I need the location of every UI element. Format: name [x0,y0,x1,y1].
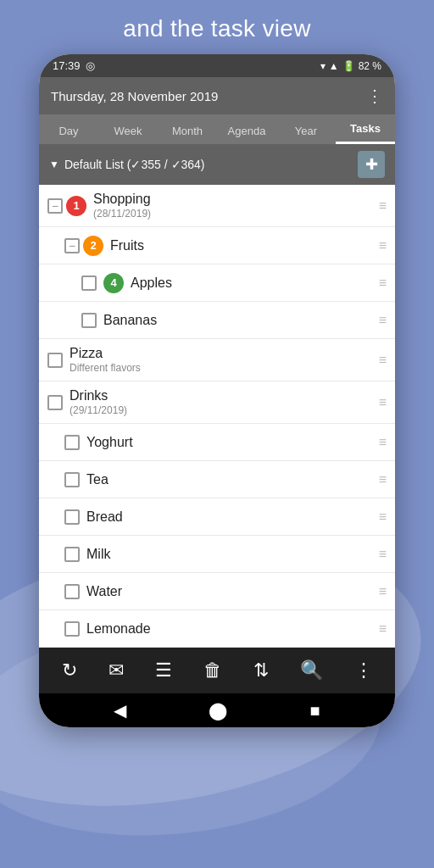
drag-handle: ≡ [379,199,387,213]
table-row: − 2 Fruits ≡ [39,227,395,264]
status-time: 17:39 [53,59,81,72]
current-date: Thursday, 28 November 2019 [51,89,218,103]
task-list: − 1 Shopping (28/11/2019) ≡ − 2 Fruits ≡… [39,185,395,648]
phone-frame: 17:39 ◎ ▾ ▲ 🔋 82 % Thursday, 28 November… [39,54,395,727]
priority-badge: 2 [83,236,103,256]
drag-handle: ≡ [379,510,387,524]
list-header-text: Default List (✓355 / ✓364) [64,158,205,171]
drag-handle: ≡ [379,585,387,598]
battery-icon: 🔋 [342,60,355,72]
bottom-toolbar: ↻ ✉ ☰ 🗑 ⇅ 🔍 ⋮ [39,648,395,693]
tab-agenda[interactable]: Agenda [217,117,276,144]
nav-tabs: Day Week Month Agenda Year Tasks [39,114,395,144]
search-icon[interactable]: 🔍 [293,656,330,685]
page-header: and the task view [123,15,310,42]
tab-month[interactable]: Month [158,117,217,144]
tab-day[interactable]: Day [39,117,98,144]
tab-year[interactable]: Year [276,117,336,144]
task-sub: Different flavors [70,362,374,374]
status-left: 17:39 ◎ [53,59,95,72]
task-sub: (29/11/2019) [70,404,374,416]
drag-handle: ≡ [379,622,387,636]
back-button[interactable]: ◀ [114,700,126,721]
task-name: Drinks [70,388,374,403]
priority-badge: 4 [103,273,124,293]
task-name: Bananas [103,313,374,328]
table-row: Milk ≡ [39,536,395,573]
task-checkbox[interactable] [47,395,63,410]
more-options-icon[interactable]: ⋮ [366,86,383,106]
drag-handle: ≡ [379,473,387,487]
table-row: Bread ≡ [39,498,395,536]
task-sub: (28/11/2019) [93,208,374,220]
task-checkbox[interactable] [64,472,80,487]
drag-handle: ≡ [379,396,387,409]
task-checkbox[interactable] [64,435,80,450]
task-checkbox[interactable] [47,353,63,368]
delete-icon[interactable]: 🗑 [197,656,229,685]
new-task-icon[interactable]: ✉ [102,656,131,685]
list-view-icon[interactable]: ☰ [148,656,179,685]
table-row: Water ≡ [39,573,395,610]
task-name: Shopping [93,192,374,207]
task-checkbox[interactable] [81,275,97,291]
drag-handle: ≡ [379,353,387,367]
table-row: Pizza Different flavors ≡ [39,339,395,381]
tab-tasks[interactable]: Tasks [336,114,395,144]
priority-badge: 1 [66,196,86,216]
table-row: Lemonade ≡ [39,610,395,648]
table-row: Drinks (29/11/2019) ≡ [39,381,395,424]
sort-icon[interactable]: ⇅ [247,656,275,685]
more-options-icon[interactable]: ⋮ [348,656,380,685]
tab-week[interactable]: Week [98,117,158,144]
task-name: Yoghurt [86,435,374,450]
drag-handle: ≡ [379,436,387,449]
status-signal-icon: ◎ [86,59,95,72]
drag-handle: ≡ [379,239,387,253]
task-name: Bread [86,509,374,525]
recent-button[interactable]: ■ [309,701,320,721]
add-task-button[interactable]: ✚ [358,151,385,178]
drag-handle: ≡ [379,548,387,561]
table-row: Tea ≡ [39,461,395,498]
table-row: Bananas ≡ [39,302,395,339]
task-name: Water [86,584,374,599]
task-checkbox[interactable] [64,547,80,562]
task-name: Tea [86,472,374,487]
drag-handle: ≡ [379,314,387,327]
task-name: Fruits [110,238,374,253]
task-checkbox[interactable] [64,621,80,637]
list-header-left: ▼ Default List (✓355 / ✓364) [49,158,205,171]
task-checkbox[interactable] [64,584,80,599]
chevron-down-icon: ▼ [49,159,59,170]
system-nav: ◀ ⬤ ■ [39,693,395,727]
battery-level: 82 % [359,60,381,72]
home-button[interactable]: ⬤ [209,700,227,721]
list-header[interactable]: ▼ Default List (✓355 / ✓364) ✚ [39,144,395,185]
collapse-button[interactable]: − [64,238,80,253]
task-name: Apples [131,275,374,291]
drag-handle: ≡ [379,276,387,290]
table-row: − 1 Shopping (28/11/2019) ≡ [39,185,395,227]
collapse-button[interactable]: − [47,198,63,214]
signal-icon: ▲ [329,60,339,72]
task-name: Pizza [70,346,374,361]
table-row: Yoghurt ≡ [39,424,395,461]
table-row: 4 Apples ≡ [39,264,395,302]
wifi-icon: ▾ [320,60,326,72]
task-checkbox[interactable] [81,313,97,328]
date-bar: Thursday, 28 November 2019 ⋮ [39,77,395,114]
task-checkbox[interactable] [64,509,80,525]
status-bar: 17:39 ◎ ▾ ▲ 🔋 82 % [39,54,395,77]
task-name: Lemonade [86,621,374,637]
refresh-icon[interactable]: ↻ [55,656,84,685]
status-right: ▾ ▲ 🔋 82 % [320,60,381,72]
task-name: Milk [86,547,374,562]
